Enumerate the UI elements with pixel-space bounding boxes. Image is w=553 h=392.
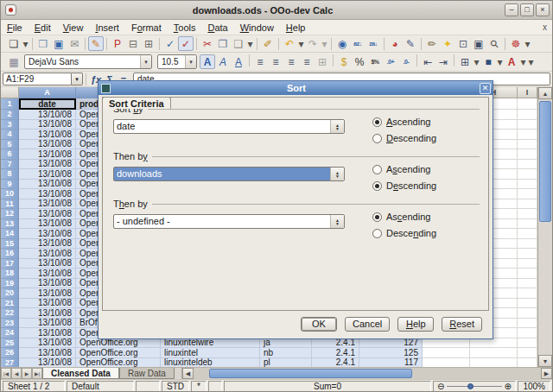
ascending-radio[interactable] xyxy=(372,165,382,174)
close-document-icon[interactable]: x xyxy=(543,22,547,32)
draw-functions-icon[interactable]: ✎ xyxy=(403,36,418,51)
cell-I8[interactable] xyxy=(518,169,537,180)
navigator-icon[interactable]: ✦ xyxy=(440,36,455,51)
vertical-scrollbar[interactable]: ▲ ▼ xyxy=(537,87,552,367)
cell-styles-icon[interactable]: ▦ xyxy=(6,54,22,69)
cell-F25[interactable]: 127 xyxy=(359,338,423,349)
undo-dropdown[interactable]: ▾ xyxy=(297,36,305,51)
zoom-icon[interactable]: ⚲ xyxy=(486,36,502,51)
paste-icon[interactable]: ❑ xyxy=(231,36,246,51)
cell-I11[interactable] xyxy=(518,199,537,210)
toolbar-overflow-dropdown[interactable]: ▾ xyxy=(524,36,531,51)
edit-file-icon[interactable]: ✎ xyxy=(88,36,104,51)
align-right-icon[interactable]: ≡ xyxy=(283,54,299,69)
cell-H26[interactable] xyxy=(470,348,518,358)
row-header-10[interactable]: 10 xyxy=(1,189,19,199)
first-sheet-icon[interactable]: |◀ xyxy=(1,368,11,379)
ascending-radio[interactable] xyxy=(372,117,382,127)
cell-I16[interactable] xyxy=(518,249,537,259)
cell-I13[interactable] xyxy=(518,219,537,230)
cell-G26[interactable] xyxy=(423,348,470,358)
styles-icon[interactable]: ⊡ xyxy=(455,36,471,51)
row-header-3[interactable]: 3 xyxy=(1,120,19,130)
scroll-up-icon[interactable]: ▲ xyxy=(538,87,552,99)
cell-I27[interactable] xyxy=(518,358,537,368)
minimize-icon[interactable]: – xyxy=(505,3,518,16)
export-pdf-icon[interactable]: P xyxy=(110,36,125,51)
row-header-7[interactable]: 7 xyxy=(1,160,19,170)
cell-A16[interactable]: 13/10/08 xyxy=(19,249,76,259)
cell-A20[interactable]: 13/10/08 xyxy=(19,288,76,299)
increase-indent-icon[interactable]: ⇥ xyxy=(435,54,451,69)
zoom-out-icon[interactable]: ⊖ xyxy=(437,382,444,391)
sum-status[interactable]: Sum=0 xyxy=(224,381,431,392)
ascending-radio[interactable] xyxy=(372,212,382,222)
background-color-icon[interactable]: ■ xyxy=(480,54,496,69)
cell-I4[interactable] xyxy=(518,130,537,140)
standard-format-icon[interactable]: $% xyxy=(367,54,383,69)
row-header-12[interactable]: 12 xyxy=(1,209,19,219)
then-by-2-descending-option[interactable]: Descending xyxy=(372,228,436,238)
zoom-slider-thumb[interactable] xyxy=(467,383,474,389)
cell-I26[interactable] xyxy=(518,348,537,358)
row-header-15[interactable]: 15 xyxy=(1,239,19,250)
add-decimal-icon[interactable]: .0+ xyxy=(383,54,398,69)
cell-I15[interactable] xyxy=(518,239,537,250)
menu-format[interactable]: Format xyxy=(125,21,168,35)
col-header-A[interactable]: A xyxy=(19,87,76,98)
cell-I10[interactable] xyxy=(518,189,537,199)
email-icon[interactable]: ✉ xyxy=(67,36,82,51)
cell-I21[interactable] xyxy=(518,299,537,309)
cell-A12[interactable]: 13/10/08 xyxy=(19,209,76,219)
cell-I9[interactable] xyxy=(518,180,537,190)
name-box-dropdown-icon[interactable]: ▾ xyxy=(72,73,83,85)
cell-C27[interactable]: linuxinteldeb xyxy=(161,358,260,368)
then-by-2-combo-dropdown-icon[interactable]: ▲▼ xyxy=(330,215,344,228)
scroll-down-icon[interactable]: ▼ xyxy=(538,355,552,367)
cut-icon[interactable]: ✂ xyxy=(200,36,215,51)
sort-descending-icon[interactable]: za↓ xyxy=(365,36,381,51)
sort-by-ascending-option[interactable]: Ascending xyxy=(372,117,436,127)
cell-A27[interactable]: 13/10/08 xyxy=(19,358,76,368)
page-style-status[interactable]: Default xyxy=(67,381,134,392)
cell-A1[interactable]: date xyxy=(19,98,76,110)
cell-A2[interactable]: 13/10/08 xyxy=(19,110,76,120)
vertical-scrollbar-thumb[interactable] xyxy=(539,101,551,222)
cell-F27[interactable]: 117 xyxy=(359,358,423,368)
then-by-2-combo[interactable]: - undefined -▲▼ xyxy=(113,214,345,229)
help-button[interactable]: Help xyxy=(397,317,434,332)
help-icon[interactable]: ☸ xyxy=(508,36,524,51)
then-by-1-ascending-option[interactable]: Ascending xyxy=(372,164,436,174)
cell-D25[interactable]: ja xyxy=(260,338,312,349)
cell-B26[interactable]: OpenOffice.org xyxy=(76,348,161,358)
then-by-1-combo-dropdown-icon[interactable]: ▲▼ xyxy=(330,168,344,180)
cell-I20[interactable] xyxy=(518,288,537,299)
cell-D27[interactable]: pl xyxy=(260,358,312,368)
save-icon[interactable]: ▣ xyxy=(51,36,67,51)
cell-E26[interactable]: 2.4.1 xyxy=(312,348,359,358)
cell-E27[interactable]: 2.4.1 xyxy=(312,358,359,368)
horizontal-scrollbar[interactable]: ◀ ▶ xyxy=(181,368,552,379)
row-header-24[interactable]: 24 xyxy=(1,328,19,338)
cell-A19[interactable]: 13/10/08 xyxy=(19,279,76,289)
horizontal-scrollbar-thumb[interactable] xyxy=(209,369,412,378)
menu-edit[interactable]: Edit xyxy=(29,21,57,35)
bold-icon[interactable]: A xyxy=(200,54,215,69)
then-by-1-descending-option[interactable]: Descending xyxy=(372,180,436,191)
print-icon[interactable]: ⊟ xyxy=(125,36,141,51)
zoom-in-icon[interactable]: ⊕ xyxy=(505,382,512,391)
row-header-8[interactable]: 8 xyxy=(1,169,19,180)
cell-A15[interactable]: 13/10/08 xyxy=(19,239,76,250)
font-color-dropdown[interactable]: ▾ xyxy=(519,54,527,69)
cell-F26[interactable]: 125 xyxy=(359,348,423,358)
cell-A13[interactable]: 13/10/08 xyxy=(19,219,76,230)
row-header-26[interactable]: 26 xyxy=(1,348,19,358)
row-header-17[interactable]: 17 xyxy=(1,259,19,269)
cell-A23[interactable]: 13/10/08 xyxy=(19,319,76,329)
reset-button[interactable]: Reset xyxy=(442,317,482,332)
cell-I6[interactable] xyxy=(518,149,537,160)
copy-icon[interactable]: ❐ xyxy=(215,36,231,51)
cell-I7[interactable] xyxy=(518,160,537,170)
new-document-dropdown[interactable]: ▾ xyxy=(22,36,29,51)
cell-I3[interactable] xyxy=(518,120,537,130)
